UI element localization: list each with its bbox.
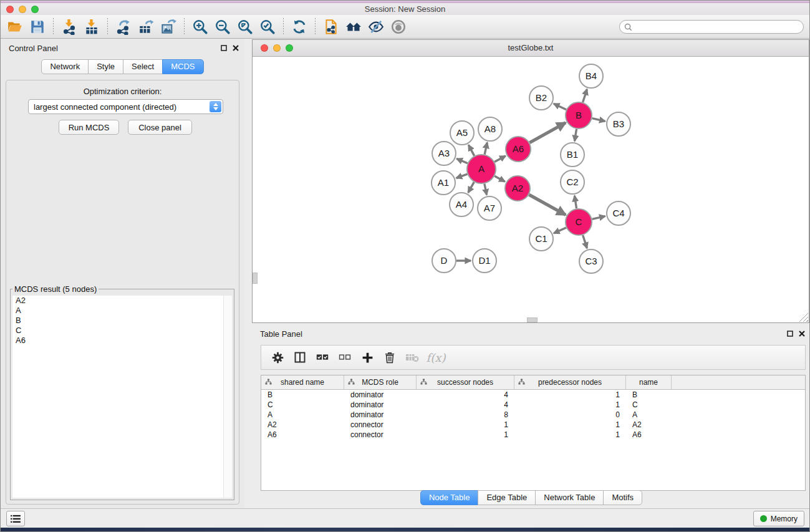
control-panel-tabs: NetworkStyleSelectMCDS	[1, 59, 244, 74]
zoom-out-button[interactable]	[211, 16, 234, 37]
add-column-button[interactable]	[357, 347, 378, 367]
graph-edge-A-A8[interactable]	[485, 142, 487, 154]
destroy-table-button[interactable]	[402, 347, 423, 367]
graph-edge-C-C1[interactable]	[554, 228, 566, 233]
search-field[interactable]	[619, 20, 804, 34]
network-canvas[interactable]: B4B2BB3A8A5A6A3B1AA1C2A2A4A7C4CC1C3DD1	[253, 56, 809, 322]
export-network-button[interactable]	[112, 16, 135, 37]
minimize-window-button[interactable]	[19, 6, 26, 13]
table-tab-node-table[interactable]: Node Table	[420, 490, 479, 505]
export-image-button[interactable]	[157, 16, 180, 37]
criterion-value: largest connected component (directed)	[34, 102, 176, 112]
tab-network[interactable]: Network	[41, 59, 89, 74]
graph-edge-C-C3[interactable]	[583, 235, 587, 248]
table-tab-network-table[interactable]: Network Table	[535, 490, 604, 505]
tab-mcds[interactable]: MCDS	[162, 59, 203, 74]
open-session-button[interactable]	[4, 16, 26, 37]
column-header-mcds-role[interactable]: MCDS role	[344, 375, 417, 389]
table-row[interactable]: A6connector11A6	[261, 430, 805, 440]
tab-style[interactable]: Style	[88, 59, 123, 74]
search-input[interactable]	[632, 21, 803, 33]
table-cell: 4	[417, 400, 514, 409]
criterion-select[interactable]: largest connected component (directed)	[28, 99, 223, 114]
deselect-all-rows-button[interactable]	[334, 347, 355, 367]
show-graphics-details-button[interactable]	[387, 16, 410, 37]
network-close-button[interactable]	[261, 44, 268, 52]
result-scrollbar[interactable]	[223, 296, 232, 498]
network-minimize-button[interactable]	[273, 44, 281, 52]
graph-edge-B-B2[interactable]	[554, 104, 566, 109]
graph-edge-C-C4[interactable]	[592, 216, 605, 220]
horizontal-scroll-nub[interactable]	[527, 317, 538, 322]
graph-edge-B-B4[interactable]	[583, 89, 587, 102]
export-table-button[interactable]	[135, 16, 157, 37]
column-header-shared-name[interactable]: shared name	[261, 375, 344, 389]
network-zoom-button[interactable]	[286, 44, 293, 52]
graph-edge-B-B1[interactable]	[574, 129, 576, 142]
vertical-scroll-nub[interactable]	[253, 273, 258, 284]
tab-select[interactable]: Select	[123, 59, 163, 74]
application-window: Session: New Session	[0, 0, 810, 532]
run-mcds-button[interactable]: Run MCDS	[59, 120, 119, 135]
import-table-button[interactable]	[80, 16, 103, 37]
node-table: shared nameMCDS rolesuccessor nodesprede…	[261, 375, 806, 491]
table-tab-edge-table[interactable]: Edge Table	[478, 490, 536, 505]
table-settings-button[interactable]	[267, 347, 288, 367]
zoom-in-button[interactable]	[189, 16, 211, 37]
close-panel-button[interactable]: Close panel	[128, 120, 192, 135]
graph-edge-A-A5[interactable]	[468, 145, 474, 155]
table-row[interactable]: A2connector11A2	[261, 420, 805, 430]
select-all-rows-button[interactable]	[312, 347, 333, 367]
save-session-button[interactable]	[26, 16, 49, 37]
zoom-selected-button[interactable]	[256, 16, 279, 37]
graph-edge-B-B3[interactable]	[592, 118, 605, 122]
table-row[interactable]: Adominator80A	[261, 410, 805, 420]
network-window-title: testGlobe.txt	[253, 40, 809, 56]
graph-edge-A2-C[interactable]	[529, 195, 566, 215]
zoom-fit-button[interactable]	[234, 16, 256, 37]
table-tab-motifs[interactable]: Motifs	[603, 490, 642, 505]
close-table-panel-icon[interactable]	[799, 331, 805, 337]
hide-graphics-details-button[interactable]	[365, 16, 387, 37]
column-header-name[interactable]: name	[626, 375, 672, 389]
graph-node-label-C1: C1	[535, 233, 547, 244]
result-item[interactable]: C	[12, 326, 232, 336]
column-header-predecessor-nodes[interactable]: predecessor nodes	[514, 375, 626, 389]
graph-edge-A-A2[interactable]	[494, 176, 505, 181]
table-cell: 1	[514, 390, 626, 399]
result-item[interactable]: B	[12, 316, 232, 326]
delete-column-button[interactable]	[379, 347, 400, 367]
graph-edge-A6-B[interactable]	[529, 123, 566, 143]
close-window-button[interactable]	[6, 6, 14, 13]
graph-node-label-A7: A7	[484, 203, 495, 213]
result-item[interactable]: A6	[12, 336, 232, 346]
result-item[interactable]: A	[12, 306, 232, 316]
graph-edge-A-A6[interactable]	[494, 156, 506, 162]
graph-edge-A-A1[interactable]	[456, 174, 468, 178]
function-builder-button[interactable]: f(x)	[424, 347, 445, 367]
home-button[interactable]	[342, 16, 365, 37]
close-panel-icon[interactable]	[233, 45, 239, 51]
graph-edge-A-A3[interactable]	[456, 158, 468, 163]
column-header-successor-nodes[interactable]: successor nodes	[417, 375, 514, 389]
table-row[interactable]: Cdominator41C	[261, 400, 805, 410]
float-table-panel-icon[interactable]	[787, 331, 793, 337]
task-history-button[interactable]	[6, 511, 25, 526]
memory-button[interactable]: Memory	[753, 511, 804, 526]
network-window-titlebar[interactable]: testGlobe.txt	[253, 40, 809, 57]
table-row[interactable]: Bdominator41B	[261, 390, 805, 400]
graph-edge-A-A4[interactable]	[468, 182, 474, 193]
network-from-file-button[interactable]	[320, 16, 342, 37]
float-panel-icon[interactable]	[221, 45, 227, 51]
optimization-criterion-label: Optimization criterion:	[6, 87, 239, 96]
zoom-window-button[interactable]	[31, 6, 39, 13]
graph-edge-A-A7[interactable]	[485, 184, 487, 195]
show-columns-button[interactable]	[289, 347, 311, 367]
graph-edge-C-C2[interactable]	[574, 196, 576, 209]
result-item[interactable]: A2	[12, 296, 232, 306]
import-network-button[interactable]	[58, 16, 80, 37]
refresh-button[interactable]	[288, 16, 311, 37]
mcds-result-list[interactable]: A2ABCA6	[12, 296, 232, 498]
window-titlebar[interactable]: Session: New Session	[1, 3, 809, 15]
table-cell: C	[261, 400, 344, 409]
